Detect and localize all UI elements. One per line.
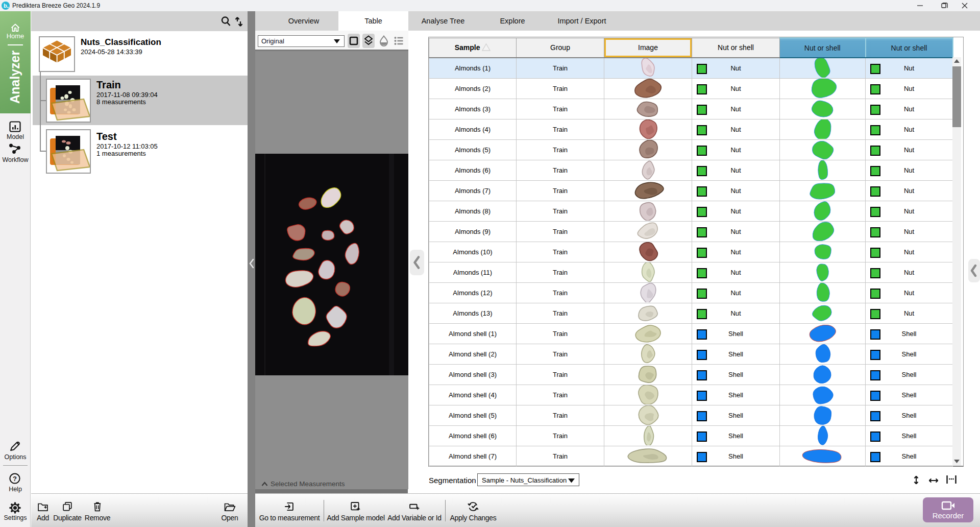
svg-text:b: b [4, 3, 7, 9]
svg-text:?: ? [13, 475, 17, 483]
